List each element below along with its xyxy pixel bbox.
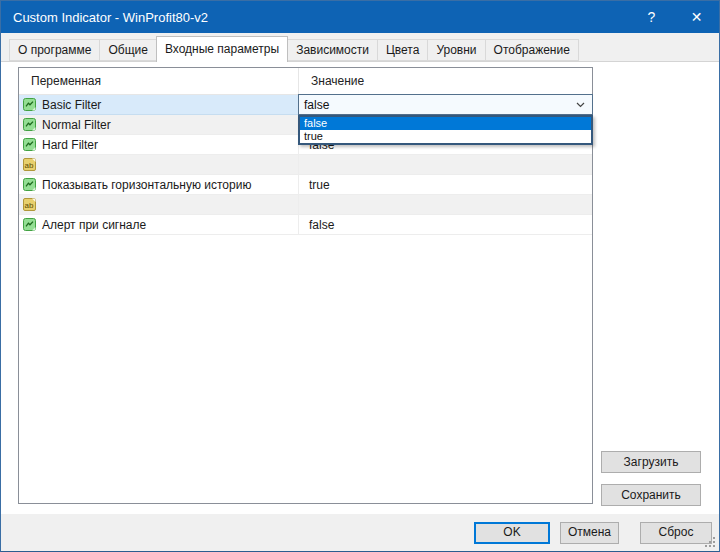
dropdown-option-false[interactable]: false <box>300 117 591 130</box>
chevron-down-icon <box>576 102 585 108</box>
tab-visualization[interactable]: Отображение <box>485 39 579 61</box>
ok-button[interactable]: OK <box>474 522 550 544</box>
load-button[interactable]: Загрузить <box>601 451 701 473</box>
tab-about[interactable]: О программе <box>9 39 100 61</box>
param-name: Normal Filter <box>42 118 111 132</box>
param-name: Hard Filter <box>42 138 98 152</box>
param-name: Показывать горизонтальную историю <box>42 178 251 192</box>
param-name: Алерт при сигнале <box>42 218 146 232</box>
ab-icon: ab <box>23 198 36 211</box>
tab-dependencies[interactable]: Зависимости <box>287 39 378 61</box>
dropdown-option-true[interactable]: true <box>300 130 591 143</box>
tab-input-parameters[interactable]: Входные параметры <box>156 36 288 62</box>
table-row[interactable]: ab <box>19 155 592 175</box>
save-button[interactable]: Сохранить <box>601 484 701 506</box>
curve-icon <box>23 218 36 231</box>
titlebar: Custom Indicator - WinProfit80-v2 ? ✕ <box>1 1 719 33</box>
table-header: Переменная Значение <box>19 68 592 95</box>
curve-icon <box>23 118 36 131</box>
curve-icon <box>23 178 36 191</box>
combobox-value: false <box>304 98 329 112</box>
cancel-button[interactable]: Отмена <box>560 522 619 544</box>
param-value <box>299 195 592 214</box>
value-combobox[interactable]: false <box>298 94 593 115</box>
table-row[interactable]: Показывать горизонтальную историю true <box>19 175 592 195</box>
param-name: Basic Filter <box>42 98 101 112</box>
window-title: Custom Indicator - WinProfit80-v2 <box>1 10 629 25</box>
reset-button[interactable]: Сброс <box>640 522 712 544</box>
table-row[interactable]: Алерт при сигнале false <box>19 215 592 235</box>
close-button[interactable]: ✕ <box>674 1 719 33</box>
resize-grip[interactable] <box>713 545 715 547</box>
svg-text:ab: ab <box>25 161 34 170</box>
column-header-variable[interactable]: Переменная <box>19 68 299 94</box>
tab-levels[interactable]: Уровни <box>427 39 485 61</box>
tab-colors[interactable]: Цвета <box>377 39 428 61</box>
help-button[interactable]: ? <box>629 1 674 33</box>
param-value <box>299 155 592 174</box>
column-header-value[interactable]: Значение <box>299 68 592 94</box>
curve-icon <box>23 98 36 111</box>
curve-icon <box>23 138 36 151</box>
param-value: false <box>299 215 592 234</box>
table-row[interactable]: ab <box>19 195 592 215</box>
combobox-dropdown: false true <box>298 115 593 145</box>
param-value: true <box>299 175 592 194</box>
svg-text:ab: ab <box>25 201 34 210</box>
tab-bar: О программе Общие Входные параметры Зави… <box>1 33 719 61</box>
tab-common[interactable]: Общие <box>99 39 156 61</box>
ab-icon: ab <box>23 158 36 171</box>
custom-indicator-dialog: Custom Indicator - WinProfit80-v2 ? ✕ О … <box>0 0 720 552</box>
